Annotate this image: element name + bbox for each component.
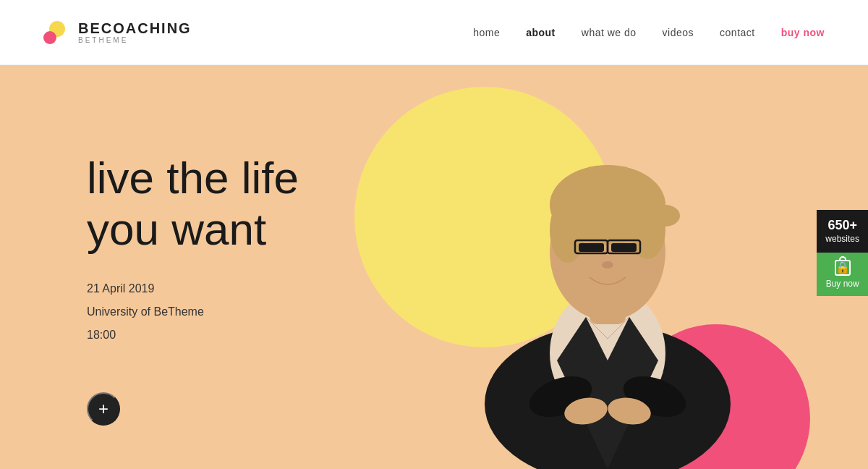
hero-details: 21 April 2019 University of BeTheme 18:0… (87, 277, 299, 347)
plus-icon: + (98, 399, 109, 419)
bag-handle-icon (839, 256, 846, 261)
websites-widget[interactable]: 650+ websites (817, 210, 868, 253)
shopping-bag-icon: 🔒 (835, 260, 851, 276)
svg-point-7 (651, 205, 680, 227)
nav-item-buynow[interactable]: buy now (781, 27, 825, 38)
main-nav: home about what we do videos contact buy… (473, 27, 825, 38)
person-svg (441, 85, 774, 469)
hero-person-image (441, 85, 774, 469)
logo: BECOACHING BETHEME (43, 20, 192, 44)
hero-date: 21 April 2019 (87, 277, 299, 300)
hero-venue: University of BeTheme (87, 300, 299, 324)
lock-icon: 🔒 (835, 261, 850, 274)
plus-button[interactable]: + (87, 392, 120, 426)
svg-rect-8 (579, 243, 604, 252)
nav-item-contact[interactable]: contact (720, 27, 755, 38)
side-widgets: 650+ websites 🔒 Buy now (817, 210, 868, 296)
buy-now-widget[interactable]: 🔒 Buy now (817, 253, 868, 296)
nav-item-whatwedo[interactable]: what we do (582, 27, 637, 38)
hero-title: live the life you want (87, 152, 299, 255)
hero-title-line2: you want (87, 204, 266, 254)
nav-item-videos[interactable]: videos (663, 27, 694, 38)
hero-time: 18:00 (87, 324, 299, 347)
hero-content: live the life you want 21 April 2019 Uni… (87, 152, 299, 347)
dot-pink-icon (43, 31, 56, 44)
buy-now-label: Buy now (826, 279, 859, 289)
nav-item-about[interactable]: about (526, 27, 556, 38)
websites-label: websites (825, 234, 859, 244)
websites-count: 650+ (825, 217, 859, 234)
logo-title: BECOACHING (78, 20, 192, 36)
nav-item-home[interactable]: home (473, 27, 500, 38)
svg-rect-9 (611, 243, 637, 252)
logo-subtitle: BETHEME (78, 36, 192, 44)
logo-icon (43, 21, 69, 44)
svg-point-13 (602, 261, 613, 269)
header: BECOACHING BETHEME home about what we do… (0, 0, 868, 65)
logo-text: BECOACHING BETHEME (78, 20, 192, 44)
hero-section: live the life you want 21 April 2019 Uni… (0, 65, 868, 469)
hero-title-line1: live the life (87, 153, 299, 203)
